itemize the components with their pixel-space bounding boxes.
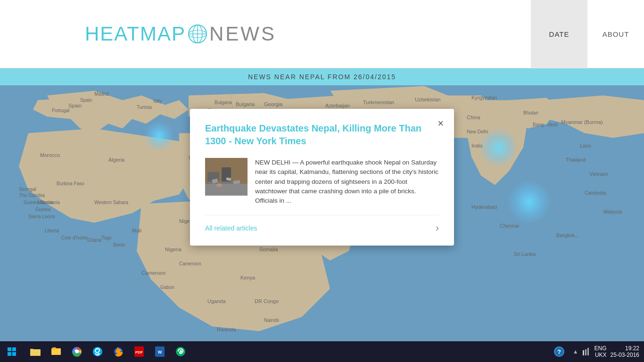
taskbar-file-explorer[interactable] [25, 341, 45, 362]
svg-text:Kyrgyzstan: Kyrgyzstan [471, 95, 497, 100]
start-button[interactable] [0, 341, 24, 362]
svg-text:DR Congo: DR Congo [255, 298, 279, 304]
svg-text:PDF: PDF [135, 350, 143, 354]
windows-logo-icon [7, 347, 17, 356]
chrome-icon [71, 346, 83, 358]
svg-text:Malaysia: Malaysia [603, 209, 622, 214]
svg-text:Uzbekistan: Uzbekistan [415, 97, 440, 102]
svg-text:Portugal: Portugal [52, 108, 69, 113]
article-thumbnail [205, 158, 248, 196]
popup-content: NEW DELHI — A powerful earthquake shook … [205, 158, 439, 206]
svg-text:Benin: Benin [113, 242, 125, 247]
skype-icon [91, 346, 104, 358]
language-code: ENG [594, 345, 607, 352]
svg-text:Nairobi: Nairobi [264, 318, 279, 323]
svg-text:Cote d'Ivoire: Cote d'Ivoire [61, 235, 88, 240]
svg-text:Rwanda: Rwanda [217, 327, 236, 332]
svg-text:Tunisia: Tunisia [137, 105, 152, 110]
svg-point-91 [75, 350, 79, 354]
taskbar-firefox[interactable] [108, 341, 128, 362]
svg-text:Bang...desh: Bang...desh [533, 122, 558, 127]
svg-rect-104 [583, 350, 584, 355]
logo-heatmap-text: HEATMAP [85, 23, 186, 45]
svg-text:The Gambia: The Gambia [19, 193, 45, 198]
region-code: UKX [594, 352, 607, 358]
taskbar-folder[interactable] [46, 341, 66, 362]
svg-text:China: China [467, 115, 481, 120]
sub-header-text: NEWS NEAR NEPAL FROM 26/04/2015 [248, 73, 396, 81]
svg-text:Sri Lanka: Sri Lanka [514, 251, 536, 257]
nav: DATE ABOUT [531, 0, 644, 68]
popup-next-arrow[interactable]: › [436, 222, 439, 234]
svg-text:Bulgaria: Bulgaria [215, 100, 232, 105]
svg-text:Gabon: Gabon [160, 285, 174, 290]
svg-text:W: W [158, 350, 162, 354]
taskbar-word[interactable]: W [150, 341, 170, 362]
svg-text:India: India [471, 143, 483, 148]
svg-point-80 [216, 183, 222, 187]
svg-text:Guinea-Bissau: Guinea-Bissau [24, 200, 55, 205]
svg-text:Spain: Spain [68, 103, 82, 108]
tray-expand-arrow[interactable]: ▲ [573, 348, 578, 355]
svg-rect-87 [51, 348, 61, 355]
svg-text:Sierra Leone: Sierra Leone [28, 214, 56, 219]
svg-text:Madrid: Madrid [94, 91, 109, 97]
logo-area: HEATMAP NEWS [85, 23, 276, 45]
sub-header-banner: NEWS NEAR NEPAL FROM 26/04/2015 [0, 68, 644, 85]
firefox-icon [112, 346, 124, 358]
svg-text:Ghana: Ghana [87, 238, 101, 243]
svg-text:Georgia: Georgia [264, 101, 283, 107]
popup-close-button[interactable]: × [438, 118, 444, 129]
files-icon [50, 346, 62, 358]
help-icon: ? [554, 346, 564, 357]
svg-text:Mali: Mali [132, 228, 141, 233]
svg-text:Vietnam: Vietnam [589, 171, 608, 177]
svg-text:New Delhi: New Delhi [467, 129, 488, 134]
svg-text:Hyderabad: Hyderabad [471, 204, 497, 210]
svg-rect-103 [587, 348, 589, 355]
taskbar-app-green[interactable] [171, 341, 190, 362]
popup-footer: All related articles › [205, 215, 439, 234]
svg-text:Chennai: Chennai [500, 223, 519, 229]
svg-text:Bulgaria: Bulgaria [236, 101, 255, 107]
svg-rect-83 [8, 352, 11, 356]
svg-text:Spain: Spain [80, 98, 92, 103]
svg-text:Uganda: Uganda [207, 298, 226, 304]
app-icon [174, 346, 187, 358]
svg-text:Turkmenistan: Turkmenistan [363, 99, 394, 105]
map-area[interactable]: Portugal Spain Morocco Algeria Libya Egy… [0, 85, 644, 341]
svg-rect-102 [585, 349, 586, 355]
related-articles-link[interactable]: All related articles [205, 224, 257, 232]
taskbar-skype[interactable] [88, 341, 107, 362]
svg-text:Algeria: Algeria [108, 157, 125, 163]
taskbar-language: ENG UKX [594, 345, 607, 358]
svg-rect-86 [31, 350, 40, 355]
svg-text:Cambodia: Cambodia [585, 190, 606, 196]
svg-text:Western Sahara: Western Sahara [94, 200, 129, 205]
svg-text:Liberia: Liberia [45, 228, 59, 233]
popup-body-text: NEW DELHI — A powerful earthquake shook … [255, 158, 439, 206]
nav-about[interactable]: ABOUT [587, 0, 644, 68]
date-display: 25-03-2016 [611, 352, 639, 358]
popup-article-image [205, 158, 248, 196]
nav-date[interactable]: DATE [531, 0, 587, 68]
svg-text:Togo: Togo [101, 235, 112, 240]
pdf-icon: PDF [133, 346, 145, 358]
taskbar-chrome[interactable] [67, 341, 87, 362]
svg-text:Cameroon: Cameroon [141, 270, 165, 276]
svg-text:Bangkok...: Bangkok... [556, 233, 578, 238]
logo-globe-icon [188, 24, 207, 44]
taskbar: PDF W ? ▲ [0, 341, 644, 362]
svg-text:Guinea: Guinea [35, 207, 51, 212]
svg-rect-81 [8, 347, 11, 351]
popup-title: Earthquake Devastates Nepal, Killing Mor… [205, 122, 439, 148]
taskbar-clock[interactable]: 19:22 25-03-2016 [611, 345, 639, 358]
network-icon [582, 347, 591, 356]
taskbar-help[interactable]: ? [549, 341, 569, 362]
svg-text:Morocco: Morocco [40, 152, 60, 158]
time-display: 19:22 [611, 345, 639, 352]
svg-text:Cameroon: Cameroon [179, 261, 201, 266]
taskbar-pdf[interactable]: PDF [129, 341, 149, 362]
svg-rect-88 [52, 347, 56, 349]
article-popup: Earthquake Devastates Nepal, Killing Mor… [190, 109, 454, 246]
